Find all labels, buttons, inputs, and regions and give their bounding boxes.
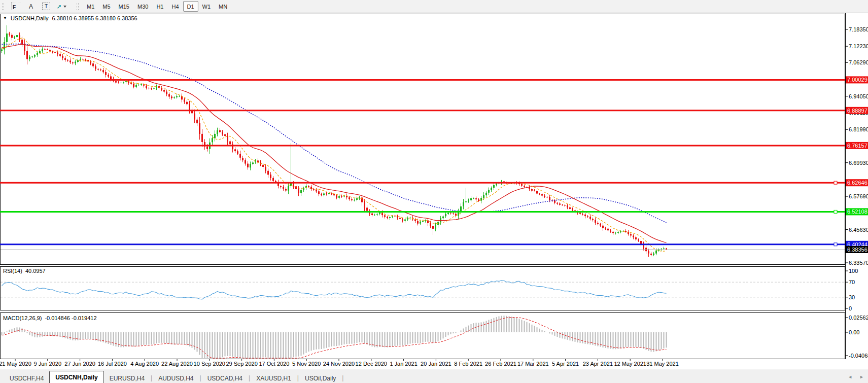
timeframe-d1-button[interactable]: D1 bbox=[183, 1, 198, 12]
chart-title: ▼ USDCNH,Daily 6.38810 6.38955 6.38180 6… bbox=[3, 15, 137, 21]
fibonacci-tool-icon: F bbox=[11, 3, 20, 10]
svg-text:21 May 2020: 21 May 2020 bbox=[0, 361, 31, 367]
svg-text:0: 0 bbox=[849, 305, 852, 311]
arrows-dropdown-icon[interactable] bbox=[63, 6, 66, 8]
price-chart-canvas[interactable]: 7.183507.122307.062906.940506.881106.819… bbox=[0, 0, 868, 369]
svg-text:7.12230: 7.12230 bbox=[849, 43, 868, 49]
svg-text:20 Jan 2021: 20 Jan 2021 bbox=[421, 361, 452, 367]
svg-text:7.00029: 7.00029 bbox=[847, 77, 867, 83]
date-axis: 21 May 20209 Jun 202027 Jun 202016 Jul 2… bbox=[0, 359, 679, 367]
svg-text:12 Dec 2020: 12 Dec 2020 bbox=[356, 361, 387, 367]
svg-text:6.38356: 6.38356 bbox=[847, 247, 867, 253]
panel-frames bbox=[0, 13, 868, 360]
fibonacci-tool-button[interactable]: F bbox=[9, 1, 23, 12]
chart-tab-audusd[interactable]: AUDUSD,H4 bbox=[153, 373, 199, 383]
label-tool-button[interactable]: T bbox=[39, 1, 53, 12]
tab-divider: | bbox=[249, 374, 250, 381]
svg-text:6.33570: 6.33570 bbox=[849, 260, 868, 266]
svg-text:6.94050: 6.94050 bbox=[849, 93, 868, 99]
chart-tab-usdchf[interactable]: USDCHF,H4 bbox=[4, 373, 49, 383]
chart-tab-usdcad[interactable]: USDCAD,H4 bbox=[202, 373, 248, 383]
text-tool-button[interactable]: A bbox=[24, 1, 38, 12]
svg-text:6.81990: 6.81990 bbox=[849, 126, 868, 132]
timeframe-m5-button[interactable]: M5 bbox=[98, 1, 114, 12]
timeframe-h1-button[interactable]: H1 bbox=[152, 1, 167, 12]
chart-tab-bar: USDCHF,H4USDCNH,DailyEURUSD,H4|AUDUSD,H4… bbox=[0, 369, 868, 383]
svg-text:0.025623: 0.025623 bbox=[849, 315, 868, 321]
svg-text:17 Mar 2021: 17 Mar 2021 bbox=[517, 361, 549, 367]
level-handle[interactable] bbox=[834, 181, 837, 184]
timeframe-m1-button[interactable]: M1 bbox=[83, 1, 98, 12]
tabs-scroll-right-icon[interactable]: ► bbox=[859, 374, 864, 379]
svg-text:12 May 2021: 12 May 2021 bbox=[614, 361, 646, 367]
svg-text:4 Aug 2020: 4 Aug 2020 bbox=[130, 361, 159, 367]
timeframe-drag-handle-icon[interactable] bbox=[76, 3, 80, 11]
chart-tab-usdcnh[interactable]: USDCNH,Daily bbox=[49, 371, 103, 383]
timeframe-w1-button[interactable]: W1 bbox=[198, 1, 215, 12]
timeframe-buttons: M1M5M15M30H1H4D1W1MN bbox=[83, 1, 231, 12]
timeframe-h4-button[interactable]: H4 bbox=[167, 1, 183, 12]
macd-name: MACD(12,26,9) bbox=[3, 315, 42, 321]
svg-text:6.76157: 6.76157 bbox=[847, 143, 867, 149]
svg-text:5 Apr 2021: 5 Apr 2021 bbox=[552, 361, 579, 367]
toolbar-drag-handle-icon[interactable] bbox=[2, 3, 5, 11]
chart-menu-icon[interactable]: ▼ bbox=[3, 16, 7, 20]
svg-text:5 Nov 2020: 5 Nov 2020 bbox=[292, 361, 321, 367]
line-study-tools: FAT➚ bbox=[8, 1, 69, 12]
svg-text:8 Feb 2021: 8 Feb 2021 bbox=[454, 361, 482, 367]
svg-text:0.00: 0.00 bbox=[849, 329, 859, 335]
label-tool-icon: T bbox=[42, 3, 50, 10]
rsi-name: RSI(14) bbox=[3, 268, 22, 274]
chart-ohlc-values: 6.38810 6.38955 6.38180 6.38356 bbox=[52, 15, 137, 21]
svg-text:1 Jan 2021: 1 Jan 2021 bbox=[390, 361, 417, 367]
svg-text:6.88897: 6.88897 bbox=[847, 108, 867, 114]
svg-text:70: 70 bbox=[849, 279, 855, 285]
svg-text:6.62646: 6.62646 bbox=[847, 180, 867, 186]
price-axis: 7.183507.122307.062906.940506.881106.819… bbox=[846, 26, 868, 266]
level-handle[interactable] bbox=[834, 243, 837, 246]
svg-text:6.45630: 6.45630 bbox=[849, 227, 868, 233]
timeframe-m30-button[interactable]: M30 bbox=[133, 1, 152, 12]
tab-divider: | bbox=[200, 374, 201, 381]
chart-tab-usoil[interactable]: USOil,Daily bbox=[299, 373, 341, 383]
rsi-indicator-label: RSI(14)40.0957 bbox=[3, 268, 46, 274]
svg-text:7.06290: 7.06290 bbox=[849, 59, 868, 65]
svg-text:10 Sep 2020: 10 Sep 2020 bbox=[194, 361, 225, 367]
svg-text:-0.040687: -0.040687 bbox=[849, 353, 868, 359]
chart-tab-xauusd[interactable]: XAUUSD,H1 bbox=[251, 373, 297, 383]
chart-tab-eurusd[interactable]: EURUSD,H4 bbox=[104, 373, 150, 383]
tab-divider: | bbox=[342, 374, 343, 381]
svg-text:7.18350: 7.18350 bbox=[849, 26, 868, 32]
arrows-tool-button[interactable]: ➚ bbox=[54, 1, 68, 12]
svg-text:30: 30 bbox=[849, 294, 855, 300]
level-handle[interactable] bbox=[834, 210, 837, 213]
arrows-tool-icon: ➚ bbox=[56, 3, 61, 10]
svg-text:31 May 2021: 31 May 2021 bbox=[646, 361, 679, 367]
svg-text:6.52108: 6.52108 bbox=[847, 208, 867, 215]
svg-text:23 Apr 2021: 23 Apr 2021 bbox=[583, 361, 613, 367]
svg-text:29 Sep 2020: 29 Sep 2020 bbox=[226, 361, 257, 367]
toolbar: FAT➚ M1M5M15M30H1H4D1W1MN bbox=[0, 0, 868, 13]
macd-values: -0.014846 -0.019412 bbox=[45, 315, 96, 321]
macd-indicator-label: MACD(12,26,9)-0.014846 -0.019412 bbox=[3, 315, 97, 321]
svg-text:16 Jul 2020: 16 Jul 2020 bbox=[98, 361, 127, 367]
svg-text:9 Jun 2020: 9 Jun 2020 bbox=[34, 361, 61, 367]
tab-divider: | bbox=[151, 374, 152, 381]
chart-symbol-period: USDCNH,Daily bbox=[11, 15, 49, 21]
svg-text:6.69930: 6.69930 bbox=[849, 160, 868, 166]
svg-text:22 Aug 2020: 22 Aug 2020 bbox=[161, 361, 193, 367]
text-tool-icon: A bbox=[29, 3, 33, 10]
timeframe-mn-button[interactable]: MN bbox=[215, 1, 231, 12]
svg-text:26 Feb 2021: 26 Feb 2021 bbox=[485, 361, 516, 367]
tab-divider: | bbox=[297, 374, 299, 381]
rsi-value: 40.0957 bbox=[25, 268, 46, 274]
svg-text:100: 100 bbox=[849, 268, 858, 274]
svg-text:6.57690: 6.57690 bbox=[849, 193, 868, 199]
svg-text:27 Jun 2020: 27 Jun 2020 bbox=[64, 361, 95, 367]
tabs-scroll-left-icon[interactable]: ◄ bbox=[848, 374, 852, 379]
timeframe-m15-button[interactable]: M15 bbox=[115, 1, 133, 12]
svg-text:24 Nov 2020: 24 Nov 2020 bbox=[323, 361, 355, 367]
svg-text:17 Oct 2020: 17 Oct 2020 bbox=[259, 361, 289, 367]
